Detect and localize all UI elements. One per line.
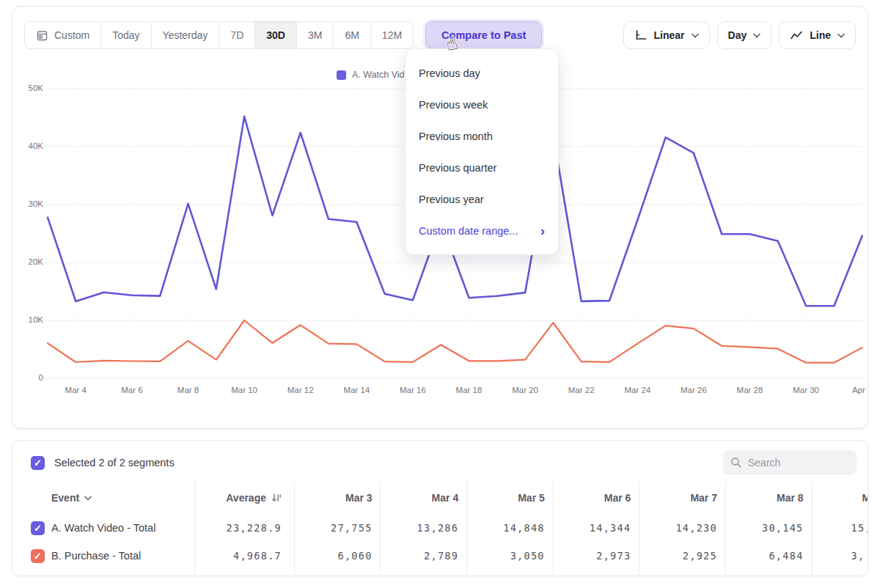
x-tick-label: Mar 20: [505, 386, 546, 394]
segments-table: Event Average Mar 3 Mar 4 Mar 5 Mar 6 Ma…: [12, 480, 868, 576]
segments-table-card: ✓ Selected 2 of 2 segments Event Average: [12, 440, 868, 576]
x-tick-label: Mar 22: [561, 386, 602, 394]
x-tick-label: Mar 12: [280, 386, 321, 394]
average-column-header[interactable]: Average: [206, 492, 294, 504]
menu-item-previous-week[interactable]: Previous week: [406, 89, 558, 120]
series-line-purchase: [48, 320, 862, 363]
date-column-header[interactable]: Mar 7: [639, 492, 725, 504]
event-name: B. Purchase - Total: [51, 550, 141, 562]
x-tick-label: Apr 1: [842, 386, 868, 394]
value-cell-clipped: 3,: [812, 550, 868, 562]
y-tick-label: 20K: [12, 257, 43, 266]
segments-selected-text: Selected 2 of 2 segments: [54, 457, 175, 468]
x-tick-label: Mar 30: [785, 386, 826, 394]
row-checkbox-watch-video[interactable]: ✓: [31, 521, 45, 535]
x-tick-label: Mar 8: [168, 386, 209, 394]
date-column-header[interactable]: Mar 6: [553, 492, 639, 504]
checkmark-icon: ✓: [34, 523, 42, 534]
search-input[interactable]: [748, 457, 843, 468]
x-tick-label: Mar 16: [392, 386, 433, 394]
date-column-header[interactable]: Mar 8: [725, 492, 812, 504]
row-checkbox-purchase[interactable]: ✓: [31, 549, 45, 563]
x-tick-label: Mar 6: [111, 386, 153, 394]
table-header-row: Event Average Mar 3 Mar 4 Mar 5 Mar 6 Ma…: [12, 484, 868, 512]
menu-item-previous-quarter[interactable]: Previous quarter: [406, 152, 558, 183]
value-cell: 14,230: [639, 522, 725, 534]
x-tick-label: Mar 28: [730, 386, 771, 394]
date-column-header-clipped[interactable]: M: [812, 492, 868, 504]
sort-descending-icon: [271, 493, 282, 503]
date-column-header[interactable]: Mar 4: [381, 492, 467, 504]
x-tick-label: Mar 24: [617, 386, 658, 394]
value-cell: 3,050: [466, 550, 553, 562]
y-tick-label: 0: [12, 373, 43, 382]
x-tick-label: Mar 18: [449, 386, 490, 394]
table-row-watch-video[interactable]: ✓ A. Watch Video - Total 23,228.9 27,755…: [12, 514, 868, 542]
menu-item-previous-day[interactable]: Previous day: [406, 57, 558, 89]
analytics-page: { "toolbar": { "date_ranges": ["Custom",…: [0, 0, 880, 588]
search-box: [723, 450, 857, 475]
checkmark-icon: ✓: [34, 457, 42, 468]
menu-item-previous-month[interactable]: Previous month: [406, 120, 558, 152]
x-tick-label: Mar 26: [673, 386, 714, 394]
submenu-arrow-icon: ›: [540, 224, 545, 238]
value-cell: 14,848: [466, 522, 553, 534]
custom-date-range-label: Custom date range...: [419, 225, 518, 237]
value-cell: 6,484: [725, 550, 812, 562]
event-cell: ✓ A. Watch Video - Total: [12, 521, 206, 535]
checkmark-icon: ✓: [34, 551, 42, 562]
menu-item-previous-year[interactable]: Previous year: [406, 183, 558, 215]
menu-item-custom-date-range[interactable]: Custom date range... ›: [406, 215, 558, 246]
value-cell: 6,060: [294, 550, 381, 562]
y-tick-label: 50K: [12, 84, 43, 92]
average-header-label: Average: [226, 492, 266, 504]
value-cell: 2,973: [553, 550, 639, 562]
y-tick-label: 30K: [12, 199, 43, 208]
y-tick-label: 40K: [12, 142, 43, 150]
x-tick-label: Mar 4: [55, 386, 96, 394]
value-cell: 27,755: [294, 522, 381, 534]
date-column-header[interactable]: Mar 5: [466, 492, 553, 504]
event-cell: ✓ B. Purchase - Total: [12, 549, 206, 563]
segments-bar: ✓ Selected 2 of 2 segments: [31, 450, 857, 475]
value-cell: 14,344: [553, 522, 639, 534]
value-cell: 2,789: [381, 550, 467, 562]
x-tick-label: Mar 14: [336, 386, 377, 394]
search-icon: [730, 457, 742, 468]
compare-to-past-menu: Previous day Previous week Previous mont…: [405, 48, 559, 255]
value-cell: 30,145: [725, 522, 812, 534]
event-name: A. Watch Video - Total: [51, 522, 155, 534]
y-tick-label: 10K: [12, 315, 43, 324]
chevron-down-icon: [84, 496, 92, 501]
value-cell: 13,286: [381, 522, 467, 534]
x-tick-label: Mar 10: [224, 386, 265, 394]
value-cell-clipped: 15,: [812, 522, 868, 534]
event-header-label: Event: [51, 492, 79, 504]
table-row-purchase[interactable]: ✓ B. Purchase - Total 4,968.7 6,060 2,78…: [12, 542, 868, 570]
value-cell: 2,925: [639, 550, 725, 562]
date-column-header[interactable]: Mar 3: [294, 492, 381, 504]
event-column-header[interactable]: Event: [12, 492, 206, 504]
average-cell: 23,228.9: [206, 522, 294, 534]
average-cell: 4,968.7: [206, 550, 294, 562]
select-all-checkbox[interactable]: ✓: [31, 456, 45, 470]
